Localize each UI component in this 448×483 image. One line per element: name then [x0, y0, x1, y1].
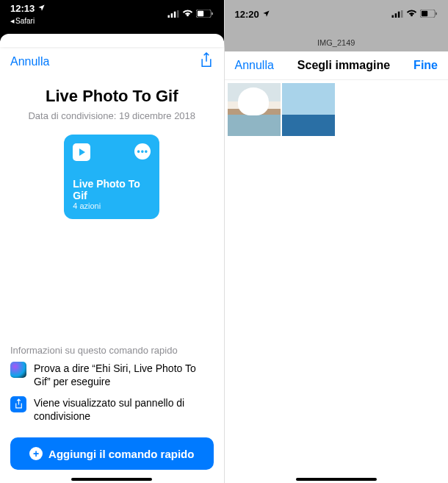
status-bar: 12:13 Safari — [0, 0, 224, 28]
share-panel-icon — [10, 396, 26, 412]
location-icon — [262, 9, 270, 20]
page-title: Live Photo To Gif — [0, 87, 224, 106]
svg-rect-1 — [170, 13, 173, 18]
svg-rect-5 — [197, 10, 203, 15]
about-header: Informazioni su questo comando rapido — [10, 345, 214, 356]
svg-rect-9 — [398, 11, 400, 17]
share-icon[interactable] — [199, 51, 214, 72]
share-date: Data di condivisione: 19 dicembre 2018 — [0, 110, 224, 121]
more-icon[interactable]: ••• — [134, 143, 151, 160]
svg-rect-12 — [422, 10, 427, 15]
image-filename: IMG_2149 — [225, 38, 449, 51]
battery-icon — [196, 9, 214, 20]
cancel-button[interactable]: Annulla — [10, 55, 49, 68]
svg-rect-10 — [401, 10, 403, 18]
status-time: 12:13 — [10, 3, 35, 14]
siri-icon — [10, 362, 26, 378]
photo-thumbnail[interactable] — [228, 83, 281, 136]
home-indicator[interactable] — [71, 478, 152, 481]
svg-rect-8 — [395, 13, 397, 18]
location-icon — [37, 3, 46, 14]
done-button[interactable]: Fine — [413, 59, 438, 72]
wifi-icon — [182, 9, 193, 20]
status-time: 12:20 — [235, 9, 259, 20]
picker-title: Scegli immagine — [297, 59, 390, 72]
svg-rect-2 — [173, 11, 176, 17]
svg-rect-0 — [167, 15, 170, 17]
svg-rect-7 — [392, 15, 394, 17]
back-to-app[interactable]: Safari — [10, 17, 46, 25]
photo-thumbnail[interactable] — [282, 83, 335, 136]
plus-icon: + — [29, 447, 43, 460]
svg-rect-6 — [212, 12, 213, 15]
actions-count: 4 azioni — [73, 201, 151, 210]
signal-icon — [391, 9, 403, 20]
shortcut-name: Live Photo To Gif — [73, 178, 151, 201]
shortcut-card[interactable]: ••• Live Photo To Gif 4 azioni — [64, 135, 159, 219]
svg-rect-13 — [436, 12, 437, 15]
status-bar: 12:20 — [225, 0, 449, 28]
svg-rect-3 — [177, 10, 179, 18]
wifi-icon — [406, 9, 417, 20]
add-shortcut-button[interactable]: + Aggiungi il comando rapido — [10, 437, 214, 470]
battery-icon — [420, 9, 438, 20]
play-icon — [73, 143, 90, 161]
share-panel-row: Viene visualizzato sul pannello di condi… — [10, 396, 214, 423]
cancel-button[interactable]: Annulla — [235, 59, 274, 72]
siri-hint-row: Prova a dire “Ehi Siri, Live Photo To Gi… — [10, 362, 214, 388]
home-indicator[interactable] — [296, 478, 377, 481]
signal-icon — [167, 9, 179, 20]
